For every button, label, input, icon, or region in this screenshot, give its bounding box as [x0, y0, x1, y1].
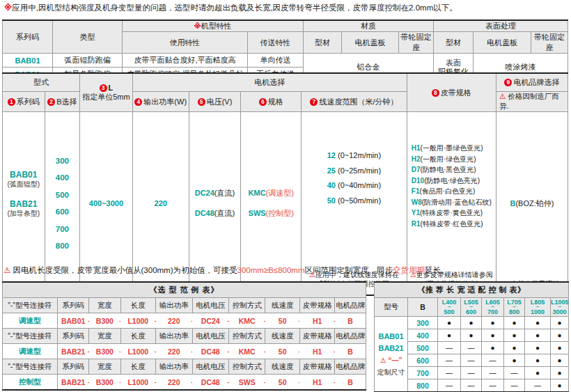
h-usage: 使用特性 — [123, 32, 248, 54]
circled-6-icon: 6 — [259, 98, 267, 106]
h-material-group: 材质 — [304, 20, 434, 32]
h-pulley-seat: 带轮固定座 — [531, 32, 568, 54]
h-group-type: 型式 — [3, 73, 80, 92]
h-width: 宽度 — [89, 298, 120, 313]
h-model: 型号 — [375, 298, 408, 317]
example-table-title: 《选 型 范 例 表》 — [3, 282, 366, 298]
circled-2-icon: 2 — [47, 98, 55, 106]
h-b: B — [408, 298, 438, 317]
h-control: 控制方式 — [229, 298, 265, 313]
b-value: 300 — [408, 317, 438, 329]
selection-table: 型式 3L 指定单位5mm 电机选择 8皮带规格 9电机品牌选择 1系列码 2B… — [2, 72, 568, 296]
top-note-text: 应用中,因机型结构强度及机身变型量的问题，选型时请勿超出负载及长宽,因皮带转弯半… — [12, 3, 457, 12]
model-segment: KMC− — [229, 313, 265, 329]
b-value: 500 — [408, 342, 438, 354]
warning-icon: ⚠ — [499, 92, 506, 100]
example-header-row: "-"型号连接符系列码宽度长度输出功率电机电压控制方式线速度皮带规格电机品牌 — [3, 329, 366, 344]
h-l-range: L805~1000 — [525, 298, 551, 317]
h-belt-spec: 8皮带规格 — [407, 73, 496, 112]
b-value: 700 — [408, 367, 438, 379]
h-transfer: 传送特性 — [248, 32, 304, 54]
h-voltage: 电机电压 — [192, 298, 228, 313]
h-feature-group: ※机型特性 — [123, 20, 304, 32]
h-l-range: L605~700 — [482, 298, 504, 317]
h-spec: 6规格 — [241, 92, 302, 112]
model-type-label: 控制型 — [3, 375, 58, 391]
series-code-cell: BAB01 — [3, 54, 53, 68]
circled-7-icon: 7 — [310, 98, 318, 106]
fit-mark: ● — [461, 317, 482, 329]
model-segment: 220− — [156, 313, 192, 329]
model-segment: H1− — [299, 344, 334, 359]
model-segment: 220− — [156, 375, 192, 391]
model-segment: L1000− — [120, 344, 155, 359]
model-segment: H1− — [299, 313, 334, 329]
transfer-cell: 单向传送 — [248, 54, 304, 68]
h-b-select: 2B选择 — [45, 92, 79, 112]
warning-icon: ⚠ — [380, 356, 386, 364]
h-motor-cover: 电机盖板 — [342, 32, 399, 54]
example-model-row: 控制型 BAB21− B300− L1000− 220− DC48− SWS− … — [3, 375, 366, 391]
model-segment: 220− — [156, 344, 192, 359]
example-model-row: 调速型 BAB01− B300− L1000− 220− DC24− KMC− … — [3, 313, 366, 329]
h-brand: 电机品牌 — [335, 298, 366, 313]
warning-icon: ⚠ — [3, 266, 10, 274]
h-power: 4输出功率(W) — [132, 92, 189, 112]
circled-8-icon: 8 — [432, 89, 439, 97]
circled-3-icon: 3 — [100, 84, 107, 92]
circled-1-icon: 1 — [8, 98, 15, 106]
catalog-page: { "colors":{"teal":"#00a19b","red_badge"… — [0, 0, 571, 392]
b-value: 600 — [408, 354, 438, 367]
model-segment: L1000− — [120, 375, 155, 391]
h-series: 系列码 — [57, 298, 88, 313]
model-segment: B300− — [89, 344, 120, 359]
b-value: 400 — [408, 329, 438, 342]
h-line-speed: 7线速度范围（米/分钟） — [302, 92, 407, 112]
top-usage-note: ※应用中,因机型结构强度及机身变型量的问题，选型时请勿超出负载及长宽,因皮带转弯… — [4, 3, 457, 13]
fit-row: BAB01 BAB21 ⚠ “—” 定制尺寸 300 ● ● ● ● ● ● — [375, 317, 569, 329]
fit-table-title: 《推 荐 长 宽 适 配 控 制 表》 — [375, 282, 569, 298]
h-voltage: 5电压(V) — [189, 92, 241, 112]
circled-5-icon: 5 — [198, 98, 205, 106]
model-segment: B — [335, 313, 366, 329]
asterisk-marker: ※ — [4, 3, 12, 12]
b-value: 800 — [408, 379, 438, 392]
h-type: 类型 — [53, 20, 123, 54]
h-pulley-seat: 带轮固定座 — [399, 32, 434, 54]
model-segment: H1− — [299, 375, 334, 391]
h-group-motor: 电机选择 — [132, 73, 407, 92]
example-header-row: "-"型号连接符系列码宽度长度输出功率电机电压控制方式线速度皮带规格电机品牌 — [3, 359, 366, 375]
model-segment: BAB21− — [57, 344, 88, 359]
price-note: ⚠ 价格因制造厂而异. — [496, 92, 568, 112]
model-segment: DC24− — [192, 313, 228, 329]
model-segment: SWS− — [229, 375, 265, 391]
model-type-label: 调速型 — [3, 344, 58, 359]
h-motor-brand: 9电机品牌选择 — [496, 73, 568, 92]
h-profile: 型材 — [434, 32, 474, 54]
model-segment: BAB21− — [57, 375, 88, 391]
fit-mark: ● — [525, 317, 551, 329]
model-segment: 50− — [265, 375, 299, 391]
h-series-code: 系列码 — [3, 20, 53, 54]
model-segment: 50− — [265, 313, 299, 329]
h-length: 长度 — [120, 298, 155, 313]
h-belt: 皮带规格 — [299, 298, 334, 313]
model-segment: B — [335, 344, 366, 359]
motor-brand-cell: B(BOZ:铂仲) ⚠电机内置于滚筒 — [496, 112, 568, 296]
table-row: BAB01 弧面辊防跑偏 皮带平面贴合度好,平面精度高 单向传送 铝合金 表面阳… — [3, 54, 568, 68]
h-l-range: L505~600 — [461, 298, 482, 317]
fit-models-cell: BAB01 BAB21 ⚠ “—” 定制尺寸 — [375, 317, 408, 392]
h-speed: 线速度 — [265, 298, 299, 313]
model-segment: B300− — [89, 313, 120, 329]
width-limit-note: ⚠ 因电机长度受限，皮带宽度最小值从(300mm)为初始值，可接受300mm≥B… — [3, 265, 449, 276]
model-segment: KMC− — [229, 344, 265, 359]
model-segment: DC48− — [192, 344, 228, 359]
h-connector: "-"型号连接符 — [3, 298, 58, 313]
model-segment: B — [335, 375, 366, 391]
h-l-range: L705~800 — [504, 298, 525, 317]
model-segment: L1000− — [120, 313, 155, 329]
size-fit-table: 《推 荐 长 宽 适 配 控 制 表》 型号 B L400~500 L505~6… — [374, 281, 569, 392]
model-segment: B300− — [89, 375, 120, 391]
h-power: 输出功率 — [156, 298, 192, 313]
fit-mark: ● — [504, 317, 525, 329]
